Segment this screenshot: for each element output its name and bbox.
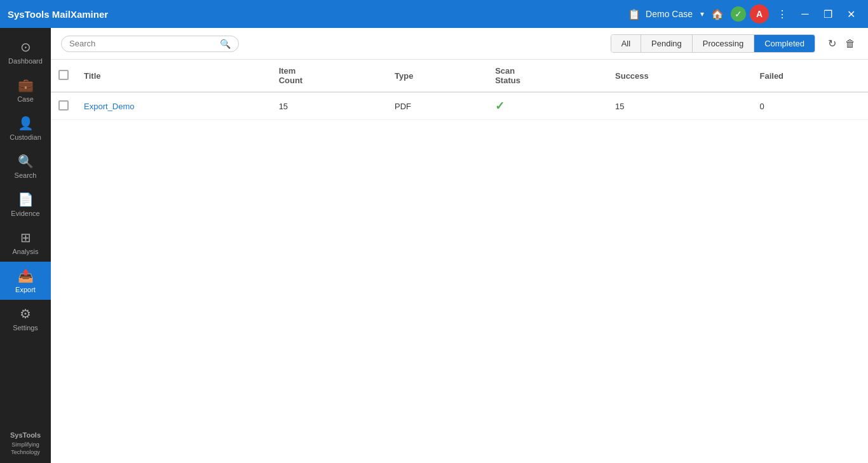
sidebar-item-evidence[interactable]: 📄 Evidence	[0, 185, 51, 224]
sidebar-item-custodian[interactable]: 👤 Custodian	[0, 109, 51, 147]
header-checkbox[interactable]	[58, 70, 69, 80]
tab-all[interactable]: All	[611, 35, 641, 52]
case-info: 📋 Demo Case	[628, 8, 693, 20]
maximize-button[interactable]: ❒	[818, 4, 837, 23]
settings-icon: ⚙	[20, 306, 31, 321]
header-type: Type	[387, 60, 487, 92]
case-icon: 📋	[628, 8, 641, 20]
header-item-count-line2: Count	[279, 76, 303, 85]
row-checkbox-cell	[51, 92, 76, 120]
delete-button[interactable]: 🗑	[843, 35, 858, 52]
sidebar-label-settings: Settings	[13, 324, 38, 332]
case-name: Demo Case	[646, 9, 693, 19]
status-check-icon: ✓	[735, 9, 742, 19]
sidebar-item-search[interactable]: 🔍 Search	[0, 147, 51, 185]
titlebar-controls: ▾ 🏠 ✓ A ⋮ ─ ❒ ✕	[700, 4, 860, 23]
export-table: Title Item Count Type Scan Status Succes…	[51, 60, 868, 120]
sidebar-item-export[interactable]: 📤 Export	[0, 262, 51, 300]
tab-pending[interactable]: Pending	[641, 35, 693, 52]
case-icon: 💼	[18, 77, 34, 93]
row-title-link[interactable]: Export_Demo	[84, 102, 134, 111]
sidebar-label-custodian: Custodian	[10, 133, 41, 141]
filter-tabs: All Pending Processing Completed	[611, 34, 815, 53]
sidebar-label-dashboard: Dashboard	[8, 57, 43, 65]
row-title-cell: Export_Demo	[76, 92, 271, 120]
header-success: Success	[607, 60, 752, 92]
row-type: PDF	[387, 92, 487, 120]
dropdown-arrow-icon[interactable]: ▾	[700, 10, 704, 18]
header-title: Title	[76, 60, 271, 92]
sidebar: ⊙ Dashboard 💼 Case 👤 Custodian 🔍 Search …	[0, 28, 51, 463]
row-checkbox[interactable]	[58, 100, 69, 111]
header-checkbox-cell	[51, 60, 76, 92]
content-topbar: 🔍 All Pending Processing Completed ↻ 🗑	[51, 28, 868, 60]
sidebar-item-dashboard[interactable]: ⊙ Dashboard	[0, 33, 51, 71]
row-success: 15	[607, 92, 752, 120]
status-icon: ✓	[731, 6, 746, 22]
main-layout: ⊙ Dashboard 💼 Case 👤 Custodian 🔍 Search …	[0, 28, 868, 463]
sidebar-item-settings[interactable]: ⚙ Settings	[0, 300, 51, 338]
sidebar-label-case: Case	[17, 95, 34, 103]
header-scan-status: Scan Status	[487, 60, 607, 92]
table-container: Title Item Count Type Scan Status Succes…	[51, 60, 868, 463]
analysis-icon: ⊞	[20, 230, 31, 245]
avatar[interactable]: A	[750, 4, 769, 23]
sidebar-logo: SysTools Simplifying Technology	[0, 424, 51, 463]
header-item-count-line1: Item	[279, 66, 296, 76]
table-row: Export_Demo 15 PDF ✓ 15 0	[51, 92, 868, 120]
search-nav-icon: 🔍	[18, 154, 34, 169]
row-item-count: 15	[271, 92, 387, 120]
sidebar-item-case[interactable]: 💼 Case	[0, 71, 51, 109]
sidebar-label-export: Export	[15, 286, 36, 293]
content-area: 🔍 All Pending Processing Completed ↻ 🗑	[51, 28, 868, 463]
table-header-row: Title Item Count Type Scan Status Succes…	[51, 60, 868, 92]
header-failed: Failed	[752, 60, 868, 92]
header-scan-line2: Status	[495, 76, 520, 85]
row-failed: 0	[752, 92, 868, 120]
sidebar-label-search: Search	[15, 171, 37, 179]
scan-check-icon: ✓	[495, 100, 505, 112]
tab-completed[interactable]: Completed	[754, 35, 815, 52]
tab-processing[interactable]: Processing	[693, 35, 754, 52]
custodian-icon: 👤	[18, 116, 34, 131]
export-icon: 📤	[18, 268, 34, 283]
sidebar-label-evidence: Evidence	[11, 210, 39, 217]
search-box: 🔍	[61, 36, 239, 52]
close-button[interactable]: ✕	[841, 4, 860, 23]
app-title: SysTools MailXaminer	[8, 9, 108, 20]
action-icons: ↻ 🗑	[825, 35, 858, 52]
refresh-button[interactable]: ↻	[825, 35, 839, 52]
search-input[interactable]	[69, 39, 216, 48]
menu-button[interactable]: ⋮	[773, 4, 792, 23]
search-icon: 🔍	[220, 39, 231, 49]
evidence-icon: 📄	[18, 192, 34, 207]
dashboard-icon: ⊙	[20, 39, 31, 55]
home-button[interactable]: 🏠	[708, 4, 727, 23]
titlebar: SysTools MailXaminer 📋 Demo Case ▾ 🏠 ✓ A…	[0, 0, 868, 28]
header-item-count: Item Count	[271, 60, 387, 92]
minimize-button[interactable]: ─	[796, 4, 815, 23]
sidebar-label-analysis: Analysis	[13, 248, 39, 255]
row-scan-status: ✓	[487, 92, 607, 120]
header-scan-line1: Scan	[495, 66, 515, 76]
sidebar-item-analysis[interactable]: ⊞ Analysis	[0, 224, 51, 262]
